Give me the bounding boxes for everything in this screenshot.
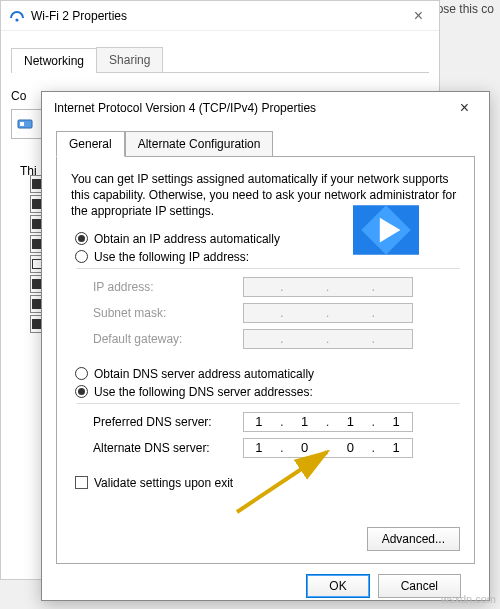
advanced-button[interactable]: Advanced... bbox=[367, 527, 460, 551]
radio-obtain-dns-auto[interactable] bbox=[75, 367, 88, 380]
alternate-dns-label: Alternate DNS server: bbox=[93, 441, 243, 455]
watermark: wsxdn.com bbox=[441, 593, 496, 605]
general-tab-panel: You can get IP settings assigned automat… bbox=[56, 156, 475, 564]
tab-networking[interactable]: Networking bbox=[11, 48, 97, 73]
wifi-tabs: Networking Sharing bbox=[11, 47, 429, 73]
default-gateway-field: ... bbox=[243, 329, 413, 349]
ok-button[interactable]: OK bbox=[306, 574, 369, 598]
radio-obtain-ip-auto[interactable] bbox=[75, 232, 88, 245]
ipv4-close-button[interactable]: × bbox=[452, 97, 477, 119]
validate-settings-checkbox[interactable] bbox=[75, 476, 88, 489]
radio-use-ip-manual-label[interactable]: Use the following IP address: bbox=[94, 250, 249, 264]
radio-use-dns-manual[interactable] bbox=[75, 385, 88, 398]
ipv4-titlebar: Internet Protocol Version 4 (TCP/IPv4) P… bbox=[42, 92, 489, 124]
radio-obtain-dns-auto-label[interactable]: Obtain DNS server address automatically bbox=[94, 367, 314, 381]
svg-rect-2 bbox=[20, 122, 24, 126]
validate-settings-label[interactable]: Validate settings upon exit bbox=[94, 476, 233, 490]
alternate-dns-field[interactable]: 1. 0. 0. 1 bbox=[243, 438, 413, 458]
adapter-icon bbox=[16, 115, 34, 133]
preferred-dns-label: Preferred DNS server: bbox=[93, 415, 243, 429]
dialog-button-bar: OK Cancel bbox=[56, 564, 475, 598]
svg-point-0 bbox=[15, 18, 18, 21]
wifi-close-button[interactable]: × bbox=[406, 7, 431, 25]
logo-overlay bbox=[353, 197, 419, 263]
radio-use-dns-manual-label[interactable]: Use the following DNS server addresses: bbox=[94, 385, 313, 399]
tab-alternate-configuration[interactable]: Alternate Configuration bbox=[125, 131, 274, 157]
ipv4-tabs: General Alternate Configuration bbox=[56, 130, 475, 156]
radio-obtain-ip-auto-label[interactable]: Obtain an IP address automatically bbox=[94, 232, 280, 246]
ip-address-field: ... bbox=[243, 277, 413, 297]
tab-sharing[interactable]: Sharing bbox=[96, 47, 163, 72]
radio-use-ip-manual[interactable] bbox=[75, 250, 88, 263]
tab-general[interactable]: General bbox=[56, 131, 125, 157]
ip-address-label: IP address: bbox=[93, 280, 243, 294]
preferred-dns-field[interactable]: 1. 1. 1. 1 bbox=[243, 412, 413, 432]
ipv4-properties-dialog: Internet Protocol Version 4 (TCP/IPv4) P… bbox=[41, 91, 490, 601]
default-gateway-label: Default gateway: bbox=[93, 332, 243, 346]
ipv4-window-title: Internet Protocol Version 4 (TCP/IPv4) P… bbox=[54, 101, 452, 115]
wifi-titlebar: Wi-Fi 2 Properties × bbox=[1, 1, 439, 31]
wifi-window-title: Wi-Fi 2 Properties bbox=[31, 9, 406, 23]
wifi-icon bbox=[9, 8, 25, 24]
subnet-mask-field: ... bbox=[243, 303, 413, 323]
subnet-mask-label: Subnet mask: bbox=[93, 306, 243, 320]
